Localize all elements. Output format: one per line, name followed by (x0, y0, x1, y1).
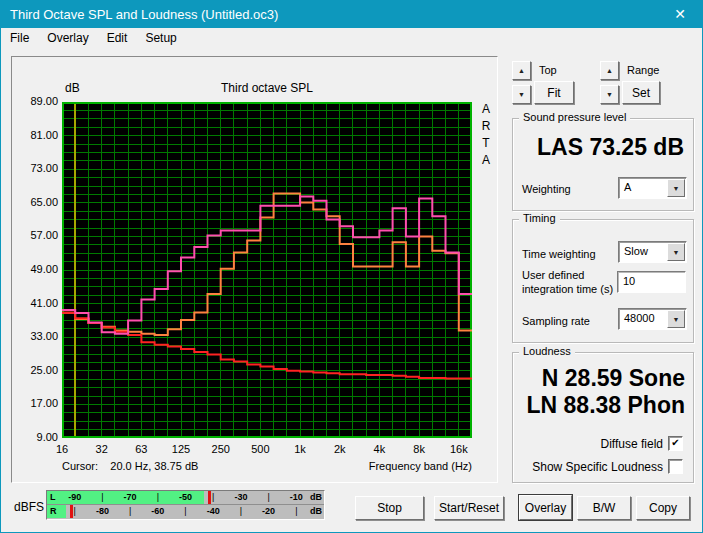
meter-scale-label: -40 (207, 506, 220, 516)
arrow-down-icon: ▼ (518, 91, 525, 98)
close-icon[interactable]: ✕ (674, 6, 686, 22)
time-weighting-select[interactable]: Slow ▼ (618, 241, 687, 263)
set-button-label: Set (632, 86, 650, 100)
meter-unit-label: dB (310, 506, 322, 516)
arrow-up-icon: ▲ (606, 67, 613, 74)
menu-item-edit[interactable]: Edit (98, 28, 137, 45)
range-down-button[interactable]: ▼ (600, 85, 619, 104)
y-tick-label: 17.00 (12, 397, 58, 409)
y-tick-label: 41.00 (12, 297, 58, 309)
meter-unit-label: dB (310, 492, 322, 502)
integration-time-input[interactable]: 10 (617, 271, 686, 293)
spl-plot-area[interactable] (62, 102, 472, 438)
level-meter: L-90-70-50-30-10||||dBR-80-60-40-20|||||… (46, 490, 325, 520)
y-tick-label: 25.00 (12, 364, 58, 376)
fit-button[interactable]: Fit (534, 81, 574, 104)
spl-group-label: Sound pressure level (519, 111, 630, 123)
x-axis-label: Frequency band (Hz) (312, 460, 472, 472)
dropdown-arrow-icon[interactable]: ▼ (667, 243, 685, 261)
x-tick-label: 4k (359, 443, 399, 455)
set-button[interactable]: Set (622, 81, 660, 104)
y-tick-label: 49.00 (12, 263, 58, 275)
diffuse-field-checkbox[interactable]: ✔ (668, 436, 683, 451)
loudness-phon-value: LN 88.38 Phon (527, 392, 685, 419)
y-tick-label: 81.00 (12, 129, 58, 141)
meter-scale-label: -90 (68, 492, 81, 502)
overlay-button-label: Overlay (525, 501, 566, 515)
sampling-rate-select[interactable]: 48000 ▼ (618, 308, 687, 330)
meter-scale-label: -20 (262, 506, 275, 516)
arrow-down-icon: ▼ (606, 91, 613, 98)
meter-row-r: R-80-60-40-20|||||dB (47, 504, 324, 518)
y-tick-label: 33.00 (12, 330, 58, 342)
meter-scale-tick: | (101, 492, 103, 502)
menu-item-file[interactable]: File (1, 28, 38, 45)
meter-channel-label: L (50, 492, 56, 502)
loudness-sone-value: N 28.59 Sone (542, 365, 685, 392)
show-specific-loudness-checkbox[interactable] (668, 459, 683, 474)
meter-scale-label: -80 (96, 506, 109, 516)
app-window: Third Octave SPL and Loudness (Untitled.… (0, 0, 703, 533)
diffuse-field-label: Diffuse field (523, 437, 663, 451)
meter-scale-tick: | (157, 492, 159, 502)
copy-button[interactable]: Copy (636, 496, 690, 520)
meter-scale-tick: | (267, 492, 269, 502)
chart-curve-orange-trace (62, 194, 472, 336)
top-label: Top (539, 64, 557, 76)
meter-scale-label: -10 (290, 492, 303, 502)
meter-peak-indicator (208, 491, 211, 504)
meter-scale-label: -50 (179, 492, 192, 502)
meter-scale-tick: | (240, 506, 242, 516)
fit-button-label: Fit (547, 86, 560, 100)
title-bar[interactable]: Third Octave SPL and Loudness (Untitled.… (1, 1, 702, 28)
chart-title: Third octave SPL (62, 81, 472, 95)
x-tick-label: 1k (280, 443, 320, 455)
arta-watermark: A R T A (478, 101, 494, 169)
overlay-button[interactable]: Overlay (519, 495, 572, 520)
x-tick-label: 16 (42, 443, 82, 455)
x-tick-label: 250 (201, 443, 241, 455)
stop-button[interactable]: Stop (355, 496, 424, 520)
top-up-button[interactable]: ▲ (512, 61, 531, 80)
x-tick-label: 16k (439, 443, 479, 455)
window-title: Third Octave SPL and Loudness (Untitled.… (10, 7, 278, 22)
meter-scale-tick: | (184, 506, 186, 516)
dropdown-arrow-icon[interactable]: ▼ (667, 179, 685, 197)
loudness-group: Loudness N 28.59 Sone LN 88.38 Phon Diff… (512, 352, 694, 483)
dropdown-arrow-icon[interactable]: ▼ (667, 310, 685, 328)
integration-time-label: User defined integration time (s) (522, 268, 613, 296)
range-up-button[interactable]: ▲ (600, 61, 619, 80)
meter-scale-label: -60 (151, 506, 164, 516)
weighting-value: A (624, 181, 631, 193)
weighting-select[interactable]: A ▼ (618, 177, 687, 199)
menu-bar: FileOverlayEditSetup (1, 28, 702, 50)
top-down-button[interactable]: ▼ (512, 85, 531, 104)
spl-group: Sound pressure level LAS 73.25 dB Weight… (512, 118, 694, 211)
loudness-group-label: Loudness (519, 345, 575, 357)
x-tick-label: 32 (82, 443, 122, 455)
sampling-rate-label: Sampling rate (522, 315, 590, 327)
arrow-up-icon: ▲ (518, 67, 525, 74)
time-weighting-label: Time weighting (522, 248, 596, 260)
meter-scale-tick: | (74, 506, 76, 516)
start-reset-button-label: Start/Reset (439, 501, 499, 515)
y-tick-label: 73.00 (12, 162, 58, 174)
start-reset-button[interactable]: Start/Reset (434, 496, 504, 520)
weighting-label: Weighting (522, 183, 571, 195)
meter-scale-label: -70 (124, 492, 137, 502)
spl-value: LAS 73.25 dB (537, 134, 684, 161)
meter-scale-tick: | (295, 506, 297, 516)
meter-channel-label: R (50, 506, 57, 516)
menu-item-setup[interactable]: Setup (136, 28, 185, 45)
time-weighting-value: Slow (624, 245, 648, 257)
bw-button[interactable]: B/W (577, 496, 631, 520)
menu-item-overlay[interactable]: Overlay (38, 28, 97, 45)
x-tick-label: 63 (121, 443, 161, 455)
copy-button-label: Copy (649, 501, 677, 515)
bw-button-label: B/W (593, 501, 616, 515)
y-tick-label: 89.00 (12, 95, 58, 107)
show-specific-loudness-label: Show Specific Loudness (503, 460, 663, 474)
timing-group: Timing Time weighting Slow ▼ User define… (512, 219, 694, 343)
x-tick-label: 2k (320, 443, 360, 455)
meter-scale-label: -30 (234, 492, 247, 502)
